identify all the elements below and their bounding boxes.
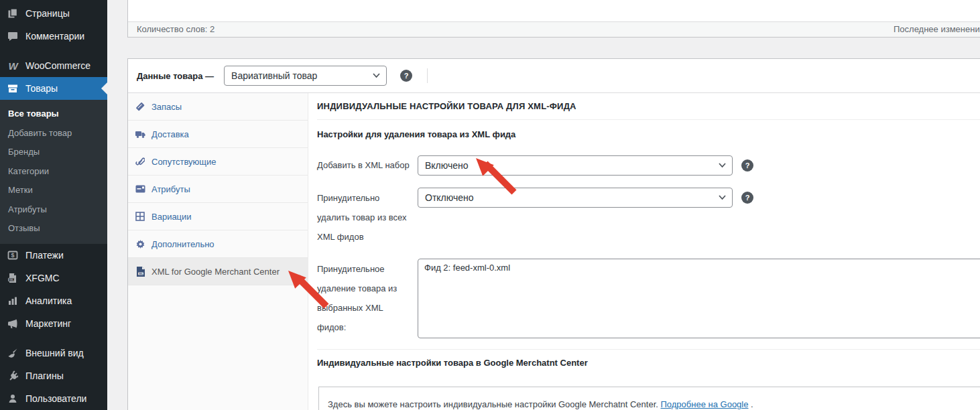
- chevron-down-icon: [373, 73, 380, 78]
- sidebar-item-label: Внешний вид: [25, 348, 84, 358]
- tab-attributes[interactable]: Атрибуты: [128, 176, 308, 203]
- removal-section-heading: Настройки для удаления товара из XML фид…: [317, 129, 980, 139]
- sidebar-item-users[interactable]: Пользователи: [0, 387, 107, 410]
- sidebar-item-pages[interactable]: Страницы: [0, 2, 107, 25]
- field-label: Принудительно удалить товар из всех XML …: [317, 188, 418, 247]
- gmc-info-text: Здесь вы можете настроить индивидуальные…: [328, 399, 660, 409]
- svg-text:XML: XML: [9, 279, 14, 281]
- add-to-xml-select[interactable]: Включено: [418, 155, 733, 176]
- payments-icon: $: [6, 249, 19, 262]
- submenu-item-attributes[interactable]: Атрибуты: [0, 200, 107, 220]
- word-count-label: Количество слов: 2: [137, 22, 215, 37]
- tab-label: Атрибуты: [151, 184, 190, 194]
- xml-feed-panel: ИНДИВИДУАЛЬНЫЕ НАСТРОЙКИ ТОВАРА ДЛЯ XML-…: [308, 93, 980, 410]
- sidebar-item-label: WooCommerce: [25, 60, 90, 71]
- sidebar-item-label: Комментарии: [25, 31, 84, 42]
- submenu-item-add-product[interactable]: Добавить товар: [0, 124, 107, 143]
- tab-label: XML for Google Merchant Center: [151, 267, 280, 277]
- product-type-value: Вариативный товар: [231, 70, 317, 81]
- submenu-item-reviews[interactable]: Отзывы: [0, 219, 107, 238]
- content-editor-box: Количество слов: 2 Последнее изменение:: [127, 0, 980, 38]
- add-to-xml-value: Включено: [425, 160, 469, 171]
- header-divider: [427, 68, 428, 83]
- sidebar-item-comments[interactable]: Комментарии: [0, 25, 107, 48]
- sidebar-item-plugins[interactable]: Плагины: [0, 364, 107, 387]
- tab-label: Запасы: [151, 102, 182, 112]
- force-remove-all-value: Отключено: [425, 192, 474, 203]
- gmc-info-box: Здесь вы можете настроить индивидуальные…: [318, 387, 980, 410]
- sidebar-item-marketing[interactable]: Маркетинг: [0, 312, 107, 335]
- gmc-info-link[interactable]: Подробнее на Google: [660, 399, 748, 409]
- variations-icon: [135, 211, 145, 222]
- svg-text:XML: XML: [138, 272, 143, 275]
- shipping-icon: [135, 129, 145, 139]
- sidebar-item-label: Товары: [25, 83, 58, 94]
- comments-icon: [6, 29, 19, 43]
- svg-text:$: $: [11, 252, 14, 259]
- tab-shipping[interactable]: Доставка: [128, 121, 308, 148]
- products-icon: [6, 82, 19, 95]
- admin-sidebar: Страницы Комментарии W WooCommerce Товар…: [0, 0, 107, 410]
- last-modified-label: Последнее изменение:: [894, 22, 980, 37]
- tab-variations[interactable]: Вариации: [128, 203, 308, 230]
- tab-linked-products[interactable]: Сопутствующие: [128, 148, 308, 176]
- submenu-item-tags[interactable]: Метки: [0, 181, 107, 200]
- appearance-icon: [6, 346, 19, 360]
- sidebar-item-label: XFGMC: [25, 273, 60, 283]
- submenu-item-categories[interactable]: Категории: [0, 162, 107, 182]
- linked-products-icon: [135, 156, 145, 167]
- product-type-help-icon[interactable]: ?: [400, 70, 412, 82]
- sidebar-item-xfgmc[interactable]: XML XFGMC: [0, 267, 107, 289]
- product-data-tabs: Запасы Доставка Сопутствующие Атрибуты: [128, 93, 308, 410]
- sidebar-item-products[interactable]: Товары: [0, 77, 107, 100]
- product-data-header: Данные товара — Вариативный товар ?: [128, 59, 980, 93]
- sidebar-item-label: Страницы: [25, 8, 70, 19]
- force-remove-all-select[interactable]: Отключено: [418, 188, 733, 208]
- add-to-xml-help-icon[interactable]: ?: [741, 159, 753, 172]
- tab-inventory[interactable]: Запасы: [128, 93, 308, 121]
- form-row-force-remove-selected: Принудительное удаление товара из выбран…: [317, 259, 980, 338]
- xml-plugin-icon: XML: [6, 271, 19, 285]
- sidebar-separator: [0, 48, 107, 54]
- sidebar-item-woocommerce[interactable]: W WooCommerce: [0, 54, 107, 77]
- chevron-down-icon: [719, 195, 726, 200]
- submenu-item-all-products[interactable]: Все товары: [0, 105, 107, 124]
- inventory-icon: [135, 101, 145, 112]
- force-remove-all-help-icon[interactable]: ?: [741, 192, 753, 204]
- selected-feeds-multiselect[interactable]: Фид 2: feed-xml-0.xml: [418, 259, 980, 338]
- sidebar-item-appearance[interactable]: Внешний вид: [0, 342, 107, 364]
- gmc-section-heading: Индивидуальные настройки товара в Google…: [317, 358, 980, 368]
- users-icon: [6, 392, 19, 405]
- product-data-title: Данные товара —: [137, 71, 214, 81]
- submenu-item-brands[interactable]: Бренды: [0, 143, 107, 162]
- plugins-icon: [6, 369, 19, 383]
- form-row-add-to-xml: Добавить в XML набор Включено ?: [317, 155, 980, 176]
- editor-statusbar: Количество слов: 2 Последнее изменение:: [128, 21, 980, 37]
- section-divider: [317, 349, 980, 350]
- panel-heading: ИНДИВИДУАЛЬНЫЕ НАСТРОЙКИ ТОВАРА ДЛЯ XML-…: [317, 101, 980, 120]
- sidebar-item-label: Платежи: [25, 250, 64, 261]
- marketing-icon: [6, 317, 19, 330]
- tab-label: Сопутствующие: [151, 157, 216, 167]
- tab-label: Доставка: [151, 129, 189, 139]
- field-label: Принудительное удаление товара из выбран…: [317, 259, 418, 337]
- attributes-icon: [135, 184, 145, 194]
- tab-xml-for-gmc[interactable]: XML XML for Google Merchant Center: [128, 258, 308, 285]
- tab-label: Вариации: [151, 212, 192, 222]
- product-data-metabox: Данные товара — Вариативный товар ? Запа…: [127, 58, 980, 410]
- sidebar-item-label: Пользователи: [25, 393, 86, 404]
- product-type-select[interactable]: Вариативный товар: [224, 66, 387, 86]
- pages-icon: [6, 7, 19, 20]
- woocommerce-icon: W: [6, 59, 19, 72]
- feed-option[interactable]: Фид 2: feed-xml-0.xml: [418, 261, 980, 274]
- tab-advanced[interactable]: Дополнительно: [128, 230, 308, 258]
- sidebar-separator: [0, 335, 107, 342]
- form-row-force-remove-all: Принудительно удалить товар из всех XML …: [317, 188, 980, 247]
- sidebar-item-label: Аналитика: [25, 295, 72, 306]
- field-label: Добавить в XML набор: [317, 155, 418, 175]
- sidebar-item-payments[interactable]: $ Платежи: [0, 244, 107, 267]
- sidebar-item-analytics[interactable]: Аналитика: [0, 289, 107, 312]
- gmc-info-suffix: .: [748, 399, 753, 409]
- products-submenu: Все товары Добавить товар Бренды Категор…: [0, 100, 107, 244]
- chevron-down-icon: [719, 163, 726, 168]
